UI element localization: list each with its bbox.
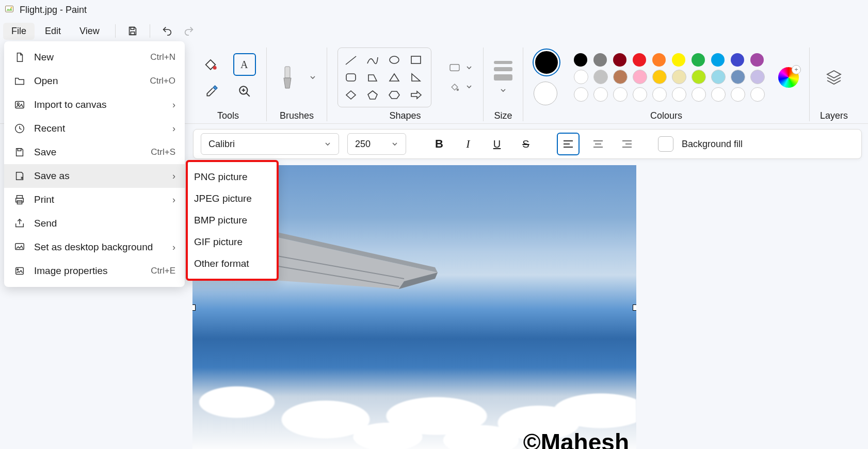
strikethrough-button[interactable]: S — [516, 134, 536, 154]
color-swatch-empty[interactable] — [711, 87, 726, 102]
menu-item-print[interactable]: Print › — [4, 188, 185, 212]
saveas-bmp[interactable]: BMP picture — [194, 210, 270, 231]
svg-point-12 — [457, 89, 458, 90]
resize-handle-right[interactable] — [633, 304, 636, 311]
color-swatch[interactable] — [652, 53, 666, 67]
underline-button[interactable]: U — [487, 134, 507, 154]
align-center-button[interactable] — [588, 134, 608, 154]
menu-file[interactable]: File — [3, 23, 35, 40]
color-swatch[interactable] — [692, 70, 706, 84]
color-swatch-empty[interactable] — [731, 87, 745, 102]
color-swatch[interactable] — [633, 70, 647, 84]
color-swatch[interactable] — [593, 70, 608, 84]
chevron-right-icon: › — [172, 100, 175, 110]
color-swatch-empty[interactable] — [613, 87, 628, 102]
color-swatch-empty[interactable] — [593, 87, 608, 102]
shape-polygon — [365, 71, 380, 84]
color-swatch[interactable] — [652, 70, 667, 84]
save-button[interactable] — [123, 22, 142, 40]
menu-bar: File Edit View — [0, 20, 868, 42]
color-swatch-empty[interactable] — [574, 87, 588, 102]
fill-tool[interactable] — [200, 53, 221, 74]
shape-roundrect — [343, 71, 359, 84]
color-swatch[interactable] — [750, 70, 765, 84]
shape-diamond — [343, 88, 359, 102]
brush-dropdown[interactable] — [309, 74, 316, 81]
menu-item-import[interactable]: Import to canvas › — [4, 93, 185, 117]
edit-colors-button[interactable]: + — [778, 67, 799, 88]
color-swatch[interactable] — [731, 53, 744, 67]
shape-triangle — [387, 71, 402, 84]
color-2[interactable] — [534, 82, 557, 105]
menu-item-set-background[interactable]: Set as desktop background › — [4, 235, 185, 259]
svg-rect-10 — [346, 74, 356, 81]
svg-point-8 — [390, 56, 399, 63]
color-palette[interactable] — [574, 53, 767, 102]
align-right-button[interactable] — [617, 134, 637, 154]
svg-rect-9 — [411, 56, 421, 63]
saveas-submenu: PNG picture JPEG picture BMP picture GIF… — [186, 160, 279, 281]
group-tools: A Tools — [190, 47, 266, 121]
svg-point-1 — [11, 7, 12, 8]
svg-point-4 — [213, 66, 217, 70]
menu-item-recent[interactable]: Recent › — [4, 117, 185, 140]
color-swatch-empty[interactable] — [652, 87, 667, 102]
bold-button[interactable]: B — [429, 134, 449, 154]
color-1[interactable] — [534, 50, 559, 75]
menu-item-new[interactable]: New Ctrl+N — [4, 45, 185, 69]
menu-edit[interactable]: Edit — [37, 23, 69, 40]
color-swatch[interactable] — [731, 70, 745, 84]
text-tool[interactable]: A — [233, 53, 256, 76]
color-swatch[interactable] — [672, 53, 685, 67]
color-swatch[interactable] — [711, 70, 726, 84]
color-swatch[interactable] — [711, 53, 725, 67]
shape-fill-dropdown[interactable] — [449, 82, 473, 92]
shape-outline-dropdown[interactable] — [449, 63, 473, 72]
saveas-png[interactable]: PNG picture — [194, 166, 270, 188]
background-fill-checkbox[interactable] — [658, 136, 673, 152]
font-combo[interactable]: Calibri — [201, 133, 339, 155]
color-picker-tool[interactable] — [201, 81, 222, 102]
color-swatch[interactable] — [613, 70, 628, 84]
menu-item-open[interactable]: Open Ctrl+O — [4, 69, 185, 93]
menu-item-saveas[interactable]: Save as › — [4, 164, 185, 188]
chevron-right-icon: › — [172, 242, 175, 253]
align-left-button[interactable] — [557, 133, 580, 155]
shape-oval — [387, 53, 402, 67]
color-swatch-empty[interactable] — [750, 87, 765, 102]
color-swatch[interactable] — [593, 53, 607, 67]
color-swatch-empty[interactable] — [633, 87, 647, 102]
color-swatch-empty[interactable] — [672, 87, 686, 102]
redo-button[interactable] — [179, 22, 199, 40]
saveas-gif[interactable]: GIF picture — [194, 231, 270, 253]
print-icon — [13, 194, 26, 206]
text-toolbar: Calibri 250 B I U S Background fill — [193, 129, 862, 159]
group-shapes: Shapes — [327, 47, 483, 121]
color-swatch-empty[interactable] — [692, 87, 706, 102]
color-swatch[interactable] — [633, 53, 646, 67]
shape-curve — [365, 53, 380, 67]
color-swatch[interactable] — [613, 53, 626, 67]
menu-item-send[interactable]: Send — [4, 212, 185, 235]
italic-button[interactable]: I — [458, 134, 478, 154]
color-swatch[interactable] — [692, 53, 705, 67]
chevron-right-icon: › — [172, 195, 175, 205]
size-dropdown[interactable] — [494, 61, 512, 94]
font-size-combo[interactable]: 250 — [347, 133, 406, 155]
color-swatch[interactable] — [574, 70, 588, 84]
magnifier-tool[interactable] — [234, 81, 255, 102]
menu-view[interactable]: View — [71, 23, 108, 40]
saveas-jpeg[interactable]: JPEG picture — [194, 188, 270, 210]
menu-item-properties[interactable]: Image properties Ctrl+E — [4, 259, 185, 283]
saveas-other[interactable]: Other format — [194, 253, 270, 275]
color-swatch[interactable] — [750, 53, 764, 67]
chevron-right-icon: › — [172, 123, 175, 134]
undo-button[interactable] — [157, 22, 177, 40]
resize-handle-left[interactable] — [192, 304, 196, 311]
menu-item-save[interactable]: Save Ctrl+S — [4, 140, 185, 164]
layers-button[interactable] — [825, 69, 843, 86]
color-swatch[interactable] — [672, 70, 686, 84]
shapes-gallery[interactable] — [337, 47, 431, 107]
color-swatch[interactable] — [574, 53, 587, 67]
brush-tool[interactable] — [277, 65, 298, 90]
